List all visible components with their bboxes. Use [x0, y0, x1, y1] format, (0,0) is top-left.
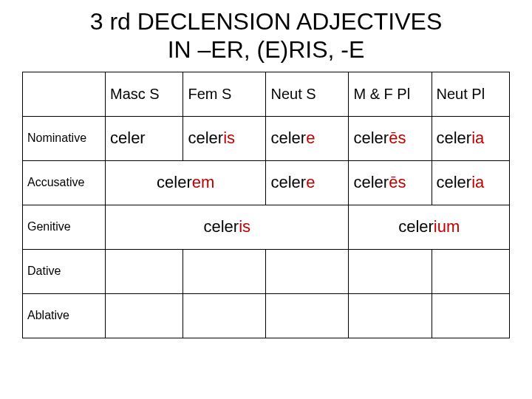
rowhdr-dat: Dative [23, 249, 106, 293]
dat-neut-pl [432, 249, 510, 293]
title-line-2: IN –ER, (E)RIS, -E [168, 36, 365, 63]
rowhdr-nom: Nominative [23, 116, 106, 160]
row-nominative: Nominative celer celeris celere celerēs … [23, 116, 510, 160]
rowhdr-abl: Ablative [23, 293, 106, 338]
row-dative: Dative [23, 249, 510, 293]
nom-mf-pl: celerēs [349, 116, 432, 160]
col-fem-s: Fem S [183, 72, 266, 116]
nom-masc-s: celer [106, 116, 183, 160]
abl-neut-pl [432, 293, 510, 338]
suffix-es: ēs [389, 129, 406, 147]
abl-mf-pl [349, 293, 432, 338]
nom-neut-pl: celeria [432, 116, 510, 160]
rowhdr-acc: Accusative [23, 160, 106, 205]
stem: celer [157, 173, 192, 191]
suffix-es: ēs [389, 173, 406, 191]
suffix-is: is [239, 217, 250, 236]
suffix-is: is [223, 129, 235, 147]
abl-fem-s [183, 293, 266, 338]
row-genitive: Genitive celeris celerium [23, 205, 510, 249]
stem: celer [437, 129, 472, 147]
declension-table: Masc S Fem S Neut S M & F Pl Neut Pl Nom… [22, 72, 510, 338]
nom-fem-s: celeris [183, 116, 266, 160]
table-header-row: Masc S Fem S Neut S M & F Pl Neut Pl [23, 72, 510, 116]
corner-cell [23, 72, 106, 116]
stem: celer [353, 129, 389, 147]
abl-masc-s [106, 293, 183, 338]
stem: celer [270, 129, 306, 147]
stem: celer [437, 173, 472, 191]
acc-neut-pl: celeria [432, 160, 510, 205]
page-title: 3 rd DECLENSION ADJECTIVES IN –ER, (E)RI… [22, 7, 510, 64]
dat-masc-s [106, 249, 183, 293]
stem: celer [188, 129, 223, 147]
suffix-e: e [306, 129, 315, 147]
dat-neut-s [266, 249, 349, 293]
rowhdr-gen: Genitive [23, 205, 106, 249]
dat-mf-pl [349, 249, 432, 293]
stem: celer [353, 173, 389, 191]
nom-neut-s: celere [266, 116, 349, 160]
col-mf-pl: M & F Pl [349, 72, 432, 116]
stem: celer [203, 217, 239, 236]
col-neut-pl: Neut Pl [432, 72, 510, 116]
title-line-1: 3 rd DECLENSION ADJECTIVES [90, 8, 443, 35]
row-accusative: Accusative celerem celere celerēs celeri… [23, 160, 510, 205]
slide: 3 rd DECLENSION ADJECTIVES IN –ER, (E)RI… [0, 0, 532, 399]
col-neut-s: Neut S [266, 72, 349, 116]
stem: celer [110, 129, 146, 147]
suffix-e: e [306, 173, 315, 191]
acc-neut-s: celere [266, 160, 349, 205]
acc-mf-pl: celerēs [349, 160, 432, 205]
dat-fem-s [183, 249, 266, 293]
abl-neut-s [266, 293, 349, 338]
suffix-em: em [192, 173, 215, 191]
acc-mf-s: celerem [106, 160, 266, 205]
suffix-ia: ia [471, 129, 484, 147]
stem: celer [398, 217, 434, 236]
suffix-ium: ium [434, 217, 460, 236]
row-ablative: Ablative [23, 293, 510, 338]
gen-pl: celerium [349, 205, 510, 249]
col-masc-s: Masc S [106, 72, 183, 116]
stem: celer [270, 173, 306, 191]
gen-sing: celeris [106, 205, 349, 249]
suffix-ia: ia [471, 173, 484, 191]
